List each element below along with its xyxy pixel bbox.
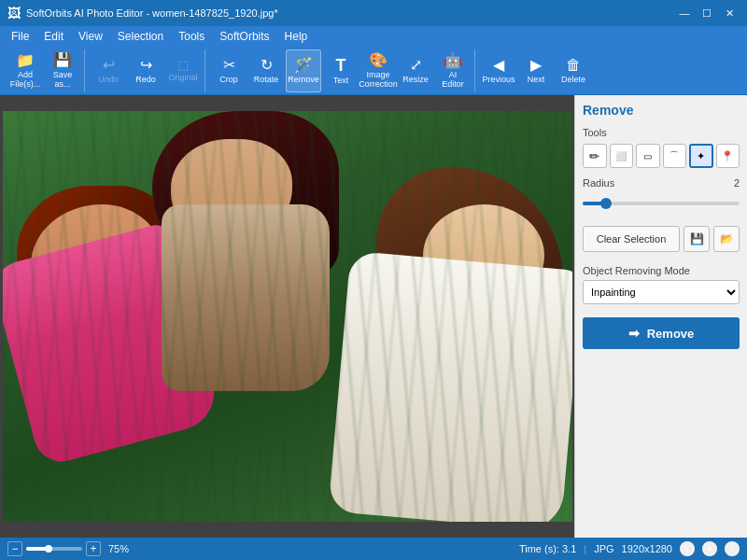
- main-area: Remove Tools ✏ ⬜ ▭ ⌒ ✦ 📍 Radius 2 Clear …: [0, 95, 747, 538]
- rect-select-tool-button[interactable]: ▭: [636, 144, 660, 168]
- zoom-controls: − +: [7, 541, 101, 556]
- photo-container: [0, 95, 574, 538]
- rotate-icon: ↻: [261, 58, 273, 73]
- load-selection-icon: 📂: [720, 232, 734, 245]
- remove-action-button[interactable]: ➡ Remove: [583, 317, 740, 349]
- time-label: Time (s): 3.1: [519, 543, 576, 554]
- zoom-value: 75%: [108, 543, 129, 554]
- rotate-button[interactable]: ↻ Rotate: [248, 49, 284, 92]
- title-bar: 🖼 SoftOrbits AI Photo Editor - women-148…: [0, 0, 747, 26]
- slider-thumb[interactable]: [600, 198, 612, 209]
- radius-label: Radius: [583, 177, 614, 189]
- load-selection-button[interactable]: 📂: [713, 226, 740, 252]
- menu-edit[interactable]: Edit: [36, 28, 71, 45]
- lasso-tool-button[interactable]: ⌒: [663, 144, 687, 168]
- text-button[interactable]: T Text: [323, 49, 359, 92]
- menu-file[interactable]: File: [4, 28, 36, 45]
- status-right: Time (s): 3.1 | JPG 1920x1280 i ♥ ↑: [519, 541, 740, 556]
- toolbar-group-nav: ◀ Previous ▶ Next 🗑 Delete: [477, 49, 595, 92]
- status-bar: − + 75% Time (s): 3.1 | JPG 1920x1280 i …: [0, 538, 747, 560]
- save-icon: 💾: [53, 53, 72, 68]
- menu-help[interactable]: Help: [277, 28, 316, 45]
- text-icon: T: [336, 57, 346, 74]
- image-correction-icon: 🎨: [369, 53, 388, 68]
- window-controls: — ☐ ✕: [674, 4, 740, 22]
- maximize-button[interactable]: ☐: [697, 4, 717, 22]
- radius-slider[interactable]: [583, 194, 740, 213]
- menu-softorbits[interactable]: SoftOrbits: [212, 28, 276, 45]
- title-text: SoftOrbits AI Photo Editor - women-14878…: [26, 7, 674, 19]
- redo-button[interactable]: ↪ Redo: [128, 49, 163, 92]
- eraser-tool-button[interactable]: ⬜: [610, 144, 634, 168]
- close-button[interactable]: ✕: [719, 4, 740, 22]
- panel-tools-row: ✏ ⬜ ▭ ⌒ ✦ 📍: [583, 144, 740, 168]
- menu-selection[interactable]: Selection: [110, 28, 171, 45]
- ai-editor-button[interactable]: 🤖 AIEditor: [435, 49, 471, 92]
- remove-button[interactable]: 🪄 Remove: [286, 49, 321, 92]
- resize-icon: ⤢: [410, 58, 422, 73]
- original-button[interactable]: ⬚ Original: [165, 49, 201, 92]
- heart-button[interactable]: ♥: [702, 541, 717, 556]
- previous-icon: ◀: [493, 58, 504, 73]
- minimize-button[interactable]: —: [674, 4, 695, 22]
- toolbar: 📁 AddFile(s)... 💾 Saveas... ↩ Undo ↪ Red…: [0, 47, 747, 95]
- remove-btn-label: Remove: [647, 327, 695, 341]
- status-left: − + 75%: [7, 541, 512, 556]
- next-button[interactable]: ▶ Next: [518, 49, 554, 92]
- panel-title: Remove: [583, 103, 740, 118]
- previous-button[interactable]: ◀ Previous: [481, 49, 516, 92]
- format-label: JPG: [594, 543, 613, 554]
- image-correction-button[interactable]: 🎨 ImageCorrection: [360, 49, 396, 92]
- magic-wand-tool-button[interactable]: ✦: [689, 144, 713, 168]
- info-button[interactable]: i: [680, 541, 695, 556]
- ai-editor-icon: 🤖: [444, 53, 462, 68]
- canvas-area[interactable]: [0, 95, 574, 538]
- redo-icon: ↪: [140, 58, 152, 73]
- clear-selection-button[interactable]: Clear Selection: [583, 226, 680, 252]
- mode-select[interactable]: Inpainting Content-Aware Patch-Based: [583, 280, 740, 304]
- clear-selection-row: Clear Selection 💾 📂: [583, 226, 740, 252]
- zoom-out-button[interactable]: −: [7, 541, 22, 556]
- toolbar-group-tools: ✂ Crop ↻ Rotate 🪄 Remove T Text 🎨 ImageC…: [207, 49, 475, 92]
- menu-tools[interactable]: Tools: [171, 28, 212, 45]
- pencil-tool-button[interactable]: ✏: [583, 144, 607, 168]
- delete-button[interactable]: 🗑 Delete: [556, 49, 591, 92]
- save-selection-button[interactable]: 💾: [684, 226, 710, 252]
- undo-icon: ↩: [103, 58, 115, 73]
- next-icon: ▶: [530, 58, 542, 73]
- app-icon: 🖼: [7, 6, 21, 21]
- crop-icon: ✂: [223, 58, 235, 73]
- share-button[interactable]: ↑: [725, 541, 740, 556]
- menu-view[interactable]: View: [71, 28, 110, 45]
- radius-value: 2: [734, 177, 740, 189]
- zoom-slider[interactable]: [26, 547, 82, 551]
- menu-bar: File Edit View Selection Tools SoftOrbit…: [0, 26, 747, 47]
- toolbar-group-history: ↩ Undo ↪ Redo ⬚ Original: [87, 49, 205, 92]
- dimensions-label: 1920x1280: [622, 543, 672, 554]
- save-selection-icon: 💾: [690, 232, 704, 245]
- pin-tool-button[interactable]: 📍: [716, 144, 740, 168]
- tools-label: Tools: [583, 127, 740, 138]
- add-files-button[interactable]: 📁 AddFile(s)...: [7, 49, 43, 92]
- photo-image: [3, 111, 572, 522]
- remove-tool-icon: 🪄: [294, 58, 313, 73]
- zoom-in-button[interactable]: +: [86, 541, 101, 556]
- undo-button[interactable]: ↩ Undo: [91, 49, 126, 92]
- slider-track: [583, 202, 740, 205]
- save-as-button[interactable]: 💾 Saveas...: [45, 49, 80, 92]
- toolbar-group-file: 📁 AddFile(s)... 💾 Saveas...: [4, 49, 85, 92]
- original-icon: ⬚: [177, 59, 189, 71]
- zoom-thumb: [45, 545, 52, 553]
- crop-button[interactable]: ✂ Crop: [211, 49, 247, 92]
- remove-arrow-icon: ➡: [628, 326, 640, 341]
- radius-row: Radius 2: [583, 177, 740, 189]
- mode-label: Object Removing Mode: [583, 265, 740, 276]
- add-files-icon: 📁: [16, 53, 35, 68]
- delete-icon: 🗑: [566, 58, 581, 73]
- right-panel: Remove Tools ✏ ⬜ ▭ ⌒ ✦ 📍 Radius 2 Clear …: [574, 95, 747, 538]
- resize-button[interactable]: ⤢ Resize: [398, 49, 433, 92]
